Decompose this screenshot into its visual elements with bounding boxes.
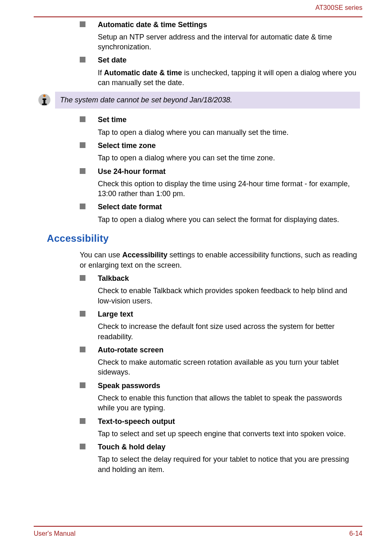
svg-rect-4 (42, 104, 46, 105)
item-body: Tap to open a dialog where you can selec… (98, 215, 360, 224)
square-bullet-icon (80, 57, 85, 62)
square-bullet-icon (80, 311, 85, 317)
text: If (98, 69, 104, 77)
footer-left: User's Manual (34, 529, 76, 538)
bold-text: Automatic date & time (104, 69, 182, 77)
item-body: If Automatic date & time is unchecked, t… (98, 68, 360, 88)
list-item: Use 24-hour format Check this option to … (80, 167, 360, 199)
list-item: Select date format Tap to open a dialog … (80, 202, 360, 224)
list-item: Large text Check to increase the default… (80, 309, 360, 342)
item-title: Talkback (98, 273, 360, 283)
header-rule (34, 16, 362, 17)
text: You can use (80, 251, 122, 259)
item-title: Select date format (98, 202, 360, 212)
footer-rule (34, 526, 362, 527)
square-bullet-icon (80, 275, 85, 281)
item-title: Automatic date & time Settings (98, 20, 360, 30)
square-bullet-icon (80, 204, 85, 209)
bold-text: Accessibility (122, 251, 167, 259)
square-bullet-icon (80, 347, 85, 352)
list-item: Auto-rotate screen Check to make automat… (80, 345, 360, 377)
footer: User's Manual 6-14 (34, 526, 362, 538)
page: AT300SE series Automatic date & time Set… (0, 0, 392, 553)
item-body: Check to enable Talkback which provides … (98, 286, 360, 306)
list-item: Touch & hold delay Tap to select the del… (80, 442, 360, 474)
square-bullet-icon (80, 444, 85, 449)
list-item: Text-to-speech output Tap to select and … (80, 416, 360, 439)
list-item: Automatic date & time Settings Setup an … (80, 20, 360, 52)
item-title: Text-to-speech output (98, 416, 360, 426)
item-body: Tap to open a dialog where you can manua… (98, 127, 360, 137)
item-body: Tap to open a dialog where you can set t… (98, 153, 360, 163)
square-bullet-icon (80, 142, 85, 148)
square-bullet-icon (80, 418, 85, 424)
item-title: Use 24-hour format (98, 167, 360, 176)
item-title: Large text (98, 309, 360, 319)
list-item: Set time Tap to open a dialog where you … (80, 115, 360, 137)
note-callout: The system date cannot be set beyond Jan… (34, 91, 360, 109)
item-title: Speak passwords (98, 381, 360, 391)
info-icon (34, 91, 55, 109)
item-body: Setup an NTP server address and the inte… (98, 32, 360, 52)
list-item: Set date If Automatic date & time is unc… (80, 55, 360, 88)
svg-rect-3 (44, 99, 46, 104)
item-body: Check to make automatic screen rotation … (98, 357, 360, 377)
content-area: Automatic date & time Settings Setup an … (34, 20, 362, 474)
item-title: Set date (98, 55, 360, 65)
item-body: Check to enable this function that allow… (98, 393, 360, 413)
svg-point-1 (43, 95, 46, 97)
header-series: AT300SE series (34, 3, 362, 12)
list-item: Speak passwords Check to enable this fun… (80, 381, 360, 413)
item-body: Tap to select and set up speech engine t… (98, 429, 360, 439)
note-text: The system date cannot be set beyond Jan… (55, 92, 360, 108)
square-bullet-icon (80, 116, 85, 122)
item-body: Check to increase the default font size … (98, 322, 360, 342)
list-item: Select time zone Tap to open a dialog wh… (80, 141, 360, 163)
item-title: Set time (98, 115, 360, 125)
square-bullet-icon (80, 382, 85, 388)
square-bullet-icon (80, 21, 85, 27)
footer-page-number: 6-14 (349, 529, 362, 538)
item-title: Auto-rotate screen (98, 345, 360, 355)
item-title: Select time zone (98, 141, 360, 150)
section-heading-accessibility: Accessibility (47, 232, 360, 245)
accessibility-intro: You can use Accessibility settings to en… (80, 250, 360, 270)
square-bullet-icon (80, 168, 85, 174)
item-title: Touch & hold delay (98, 442, 360, 452)
list-item: Talkback Check to enable Talkback which … (80, 273, 360, 306)
item-body: Check this option to display the time us… (98, 179, 360, 199)
item-body: Tap to select the delay required for you… (98, 454, 360, 474)
